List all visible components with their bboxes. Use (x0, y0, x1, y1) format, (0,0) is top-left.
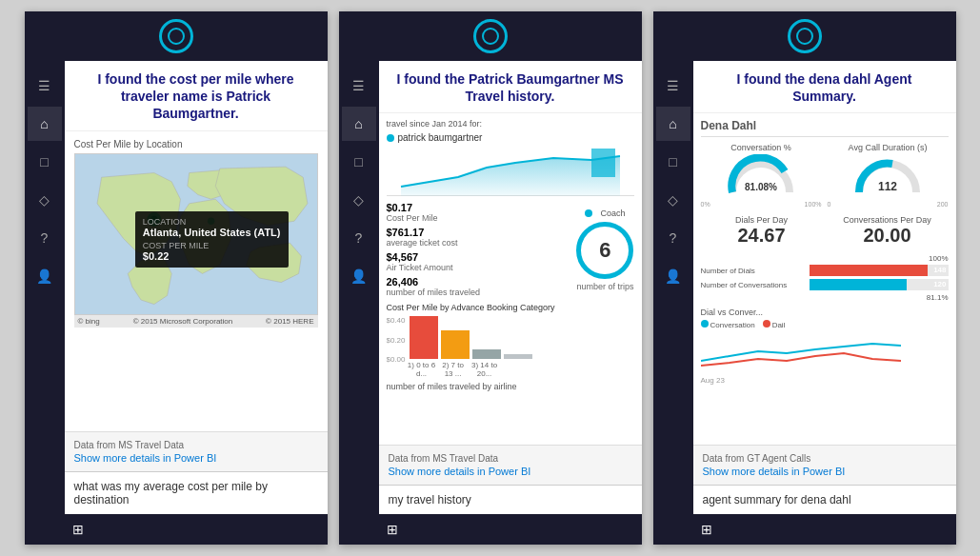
menu-icon-3[interactable]: ☰ (656, 69, 690, 103)
bulb-icon-2[interactable]: ◇ (342, 183, 376, 217)
legend-conv: Conversation (701, 320, 755, 329)
spark-title: Dial vs Conver... (701, 308, 949, 317)
show-more-link-3[interactable]: Show more details in Power BI (703, 466, 947, 477)
traveler-row: patrick baumgartner (387, 132, 634, 143)
hbar-fill-2 (810, 279, 907, 290)
data-source-1: Data from MS Travel Data (74, 440, 318, 450)
top-bar-3 (653, 11, 956, 61)
user-icon-2[interactable]: 👤 (342, 259, 376, 293)
query-input-1[interactable]: what was my average cost per mile by des… (65, 471, 328, 514)
bar-chart-title: Cost Per Mile by Advance Booking Categor… (387, 303, 634, 312)
sparkline-area: Dial vs Conver... Conversation Dail Aug … (701, 308, 949, 385)
windows-icon-2: ⊞ (387, 522, 398, 537)
legend-dial: Dail (763, 320, 786, 329)
query-input-3[interactable]: agent summary for dena dahl (693, 485, 956, 514)
home-icon-2[interactable]: ⌂ (342, 107, 376, 141)
location-value: Atlanta, United States (ATL) (143, 227, 281, 238)
conv-gauge: 81.08% (728, 154, 794, 197)
panel-3: ☰ ⌂ □ ◇ ? 👤 I found the dena dahl Agent … (653, 11, 956, 545)
hbar-fill-1 (810, 265, 928, 276)
pct-812: 81.1% (701, 293, 949, 302)
grid-icon-3[interactable]: □ (656, 145, 690, 179)
stat-miles: 26,406 number of miles traveled (387, 276, 570, 297)
bar-2 (441, 330, 470, 359)
bulb-icon-3[interactable]: ◇ (656, 183, 690, 217)
bar-labels: 1) 0 to 6 d... 2) 7 to 13 ... 3) 14 to 2… (408, 361, 634, 378)
coach-label: Coach (600, 208, 625, 218)
sparkline-chart (701, 332, 910, 370)
query-input-2[interactable]: my travel history (379, 485, 642, 514)
hbar-label-2: Number of Conversations (701, 281, 806, 289)
grid-icon-1[interactable]: □ (28, 145, 62, 179)
panel-content-1: I found the cost per mile where traveler… (65, 61, 328, 545)
help-icon-2[interactable]: ? (342, 221, 376, 255)
home-icon-3[interactable]: ⌂ (656, 107, 690, 141)
data-source-3: Data from GT Agent Calls (703, 453, 947, 464)
dials-per-day: Dials Per Day 24.67 (701, 215, 823, 247)
help-icon-1[interactable]: ? (28, 221, 62, 255)
panel-footer-1: Data from MS Travel Data Show more detai… (65, 431, 328, 471)
show-more-link-1[interactable]: Show more details in Power BI (74, 452, 318, 464)
agent-name: Dena Dahl (701, 119, 949, 137)
gauge-labels-conv: 0% 100% (701, 201, 822, 208)
windows-icon-3: ⊞ (701, 522, 712, 537)
menu-icon-2[interactable]: ☰ (342, 69, 376, 103)
hbar-label-1: Number of Dials (701, 267, 806, 275)
horiz-bars: 100% Number of Dials 148 Number of Conve… (701, 254, 949, 302)
panel-body-2[interactable]: travel since Jan 2014 for: patrick baumg… (379, 113, 642, 445)
grid-icon-2[interactable]: □ (342, 145, 376, 179)
location-label: LOCATION (143, 217, 281, 227)
bar-label-3: 3) 14 to 20... (470, 361, 499, 378)
panel-title-1: I found the cost per mile where traveler… (78, 70, 314, 123)
hbar-track-2: 120 (810, 279, 949, 290)
map-tooltip: LOCATION Atlanta, United States (ATL) CO… (135, 211, 289, 268)
main-container: ☰ ⌂ □ ◇ ? 👤 I found the cost per mile wh… (0, 0, 980, 556)
cost-label: COST PER MILE (143, 241, 281, 250)
hbar-track-1: 148 (810, 265, 949, 276)
bulb-icon-1[interactable]: ◇ (28, 183, 62, 217)
win-bar-3: ⊞ (693, 514, 956, 545)
stat-amount: $4,567 Air Ticket Amount (387, 251, 570, 272)
panel-header-1: I found the cost per mile where traveler… (65, 61, 328, 131)
cortana-icon-2 (473, 19, 508, 53)
avg-call-card: Avg Call Duration (s) 112 0 200 (828, 143, 949, 208)
bar-1 (410, 316, 438, 359)
bar-chart-container: 1) 0 to 6 d... 2) 7 to 13 ... 3) 14 to 2… (408, 316, 634, 378)
cortana-icon-1 (159, 19, 193, 53)
panel-body-1[interactable]: Cost Per Mile by Location (65, 131, 328, 431)
ms-copyright: © 2015 Microsoft Corporation (133, 317, 233, 326)
hbar-row-2: Number of Conversations 120 (701, 279, 949, 290)
hbar-row-1: Number of Dials 148 (701, 265, 949, 276)
user-icon-1[interactable]: 👤 (28, 259, 62, 293)
panel-title-3: I found the dena dahl Agent Summary. (707, 70, 943, 105)
help-icon-3[interactable]: ? (656, 221, 690, 255)
map-area: LOCATION Atlanta, United States (ATL) CO… (74, 153, 318, 315)
stats-row: $0.17 Cost Per Mile $761.17 average tick… (387, 202, 634, 297)
user-icon-3[interactable]: 👤 (656, 259, 690, 293)
panel-footer-3: Data from GT Agent Calls Show more detai… (693, 445, 956, 485)
panel-header-2: I found the Patrick Baumgartner MS Trave… (379, 61, 642, 113)
spark-date: Aug 23 (701, 376, 949, 385)
sidebar-1: ☰ ⌂ □ ◇ ? 👤 (25, 61, 65, 545)
y-labels: $0.40 $0.20 $0.00 (387, 316, 406, 364)
hbar-value-2: 120 (933, 280, 946, 288)
stat-ticket: $761.17 average ticket cost (387, 227, 570, 248)
traveler-name: patrick baumgartner (398, 132, 483, 143)
pct-100: 100% (701, 254, 949, 263)
home-icon-1[interactable]: ⌂ (28, 107, 62, 141)
show-more-link-2[interactable]: Show more details in Power BI (389, 466, 632, 477)
travel-header: travel since Jan 2014 for: (387, 119, 634, 129)
panel-body-3[interactable]: Dena Dahl Conversation % 81.08% (693, 113, 956, 445)
trips-label: number of trips (576, 282, 633, 291)
panel-2: ☰ ⌂ □ ◇ ? 👤 I found the Patrick Baumgart… (339, 11, 642, 545)
svg-text:81.08%: 81.08% (745, 182, 777, 192)
avg-call-label: Avg Call Duration (s) (828, 143, 949, 152)
avg-gauge: 112 (854, 154, 921, 197)
bar-3 (472, 349, 501, 359)
conv-pct-label: Conversation % (701, 143, 822, 152)
sidebar-3: ☰ ⌂ □ ◇ ? 👤 (653, 61, 693, 545)
win-bar-1: ⊞ (65, 514, 328, 545)
dials-grid: Dials Per Day 24.67 Conversations Per Da… (701, 215, 949, 247)
cortana-icon-3 (788, 19, 822, 53)
menu-icon-1[interactable]: ☰ (28, 69, 62, 103)
